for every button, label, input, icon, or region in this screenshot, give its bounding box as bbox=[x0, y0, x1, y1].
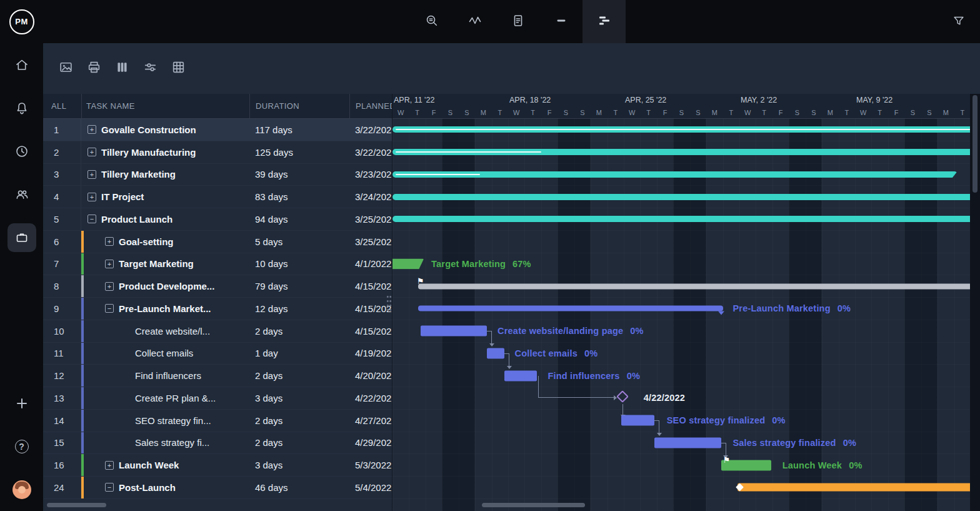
expand-toggle[interactable]: + bbox=[105, 282, 114, 291]
print-button[interactable] bbox=[86, 59, 102, 78]
timeline-day: S bbox=[574, 106, 591, 119]
timeline-day: S bbox=[673, 106, 689, 119]
row-number: 8 bbox=[43, 275, 81, 297]
sidebar-item-home[interactable] bbox=[0, 43, 43, 86]
task-planned-start: 3/22/2022 bbox=[349, 141, 392, 163]
expand-toggle[interactable]: + bbox=[88, 193, 96, 201]
gantt-bar[interactable] bbox=[392, 171, 958, 178]
expand-toggle[interactable]: + bbox=[105, 237, 114, 246]
expand-toggle[interactable]: + bbox=[88, 125, 96, 134]
gantt-bar[interactable] bbox=[418, 306, 723, 311]
gantt-bar-label: Create website/landing page0% bbox=[498, 326, 644, 336]
gantt-bar[interactable] bbox=[621, 415, 654, 426]
task-name: Create PR plan &... bbox=[135, 393, 216, 403]
settings-button[interactable] bbox=[142, 59, 158, 78]
task-row[interactable]: 13Create PR plan &...3 days4/22/2022 bbox=[43, 387, 392, 410]
gantt-row: Find influencers0% bbox=[392, 365, 970, 387]
expand-toggle[interactable]: − bbox=[105, 483, 114, 492]
sidebar-item-add[interactable] bbox=[0, 382, 43, 425]
flag-marker-icon: ⚑ bbox=[417, 277, 424, 285]
gantt-bar-label: Pre-Launch Marketing0% bbox=[732, 303, 851, 313]
task-row[interactable]: 24−Post-Launch46 days5/4/2022 bbox=[43, 477, 392, 499]
task-row[interactable]: 6+Goal-setting5 days3/25/2022 bbox=[43, 231, 392, 253]
table-hscrollbar-thumb[interactable] bbox=[47, 503, 106, 507]
task-row[interactable]: 7+Target Marketing10 days4/1/2022 bbox=[43, 253, 392, 276]
gantt-bar[interactable] bbox=[392, 258, 424, 269]
gantt-pane: APR, 11 '22APR, 18 '22APR, 25 '22MAY, 2 … bbox=[392, 94, 970, 511]
gantt-bar[interactable] bbox=[392, 126, 970, 133]
gantt-bar[interactable] bbox=[392, 216, 970, 222]
vertical-scrollbar-thumb[interactable] bbox=[972, 95, 978, 193]
grid-view-button[interactable] bbox=[171, 59, 186, 78]
pm-logo-icon: PM bbox=[9, 9, 34, 34]
sidebar-item-notifications[interactable] bbox=[0, 86, 43, 129]
gantt-bar[interactable] bbox=[418, 283, 970, 289]
zoom-to-task-icon bbox=[424, 13, 439, 31]
task-planned-start: 3/22/2022 bbox=[349, 119, 392, 141]
tab-notes[interactable] bbox=[496, 0, 539, 43]
gantt-bar[interactable] bbox=[654, 437, 721, 448]
dependency-connector bbox=[721, 443, 726, 455]
tab-baseline[interactable] bbox=[539, 0, 582, 43]
task-row[interactable]: 10Create website/l...2 days4/15/2022 bbox=[43, 320, 392, 343]
sidebar-item-help[interactable]: ? bbox=[0, 425, 43, 468]
app-logo[interactable]: PM bbox=[0, 0, 43, 43]
grid-icon bbox=[171, 59, 186, 78]
tab-gantt[interactable] bbox=[582, 0, 626, 43]
pane-resize-handle[interactable] bbox=[386, 295, 392, 312]
sidebar-item-projects[interactable] bbox=[0, 216, 43, 259]
gantt-bar[interactable] bbox=[392, 194, 970, 200]
tab-zoom-to-task[interactable] bbox=[410, 0, 453, 43]
all-filter-dropdown[interactable]: ALL bbox=[43, 94, 81, 118]
flag-marker-icon: ⚑ bbox=[723, 456, 731, 464]
task-duration: 117 days bbox=[249, 119, 349, 141]
gantt-bar[interactable] bbox=[738, 483, 970, 492]
gantt-milestone[interactable] bbox=[616, 390, 629, 403]
expand-toggle[interactable]: + bbox=[88, 170, 96, 179]
sidebar-item-team[interactable] bbox=[0, 173, 43, 216]
dependency-connector bbox=[654, 420, 659, 433]
dependency-connector bbox=[622, 404, 623, 415]
expand-toggle[interactable]: + bbox=[105, 260, 114, 268]
gantt-bar[interactable] bbox=[421, 326, 487, 336]
task-name: Post-Launch bbox=[119, 482, 176, 493]
sidebar-item-profile[interactable] bbox=[0, 468, 43, 511]
gantt-bar[interactable] bbox=[504, 370, 537, 381]
task-row[interactable]: 11Collect emails1 day4/19/2022 bbox=[43, 343, 392, 365]
tab-activity[interactable] bbox=[453, 0, 496, 43]
task-row[interactable]: 15Sales strategy fi...2 days4/29/2022 bbox=[43, 432, 392, 455]
gantt-bar[interactable] bbox=[487, 348, 504, 358]
task-row[interactable]: 3+Tillery Marketing39 days3/23/2022 bbox=[43, 164, 392, 186]
task-row[interactable]: 14SEO strategy fin...2 days4/27/2022 bbox=[43, 410, 392, 432]
progress-line bbox=[396, 129, 970, 130]
column-header-planned-start[interactable]: PLANNED START bbox=[349, 94, 392, 118]
task-row[interactable]: 4+IT Project83 days3/24/2022 bbox=[43, 186, 392, 208]
expand-toggle[interactable]: − bbox=[88, 215, 96, 223]
expand-toggle[interactable]: − bbox=[105, 304, 114, 313]
timeline-day: M bbox=[706, 106, 722, 119]
column-header-duration[interactable]: DURATION bbox=[249, 94, 349, 118]
task-row[interactable]: 9−Pre-Launch Market...12 days4/15/2022 bbox=[43, 298, 392, 320]
task-duration: 125 days bbox=[249, 141, 349, 163]
task-row[interactable]: 16+Launch Week3 days5/3/2022 bbox=[43, 454, 392, 477]
expand-toggle[interactable]: + bbox=[105, 461, 114, 470]
sidebar-item-time[interactable] bbox=[0, 129, 43, 173]
gantt-bar[interactable] bbox=[392, 149, 970, 155]
gantt-hscrollbar-thumb[interactable] bbox=[482, 503, 585, 507]
start-diamond-marker bbox=[736, 483, 744, 492]
filter-button[interactable] bbox=[952, 14, 966, 30]
task-row[interactable]: 2+Tillery Manufacturing125 days3/22/2022 bbox=[43, 141, 392, 164]
column-header-task-name[interactable]: TASK NAME bbox=[81, 94, 249, 118]
task-row[interactable]: 5−Product Launch94 days3/25/2022 bbox=[43, 208, 392, 231]
row-number: 14 bbox=[43, 410, 81, 432]
columns-button[interactable] bbox=[114, 59, 130, 78]
task-row[interactable]: 1+Govalle Construction117 days3/22/2022 bbox=[43, 119, 392, 141]
expand-toggle[interactable]: + bbox=[88, 148, 96, 156]
timeline-weeks: APR, 11 '22APR, 18 '22APR, 25 '22MAY, 2 … bbox=[392, 96, 970, 106]
task-row[interactable]: 12Find influencers2 days4/20/2022 bbox=[43, 365, 392, 387]
gantt-bar-label: Target Marketing67% bbox=[431, 259, 531, 269]
vertical-scrollbar[interactable] bbox=[970, 94, 980, 511]
task-row[interactable]: 8+Product Developme...79 days4/15/2022 bbox=[43, 275, 392, 298]
task-name: Product Developme... bbox=[119, 281, 214, 291]
export-image-button[interactable] bbox=[58, 59, 74, 78]
